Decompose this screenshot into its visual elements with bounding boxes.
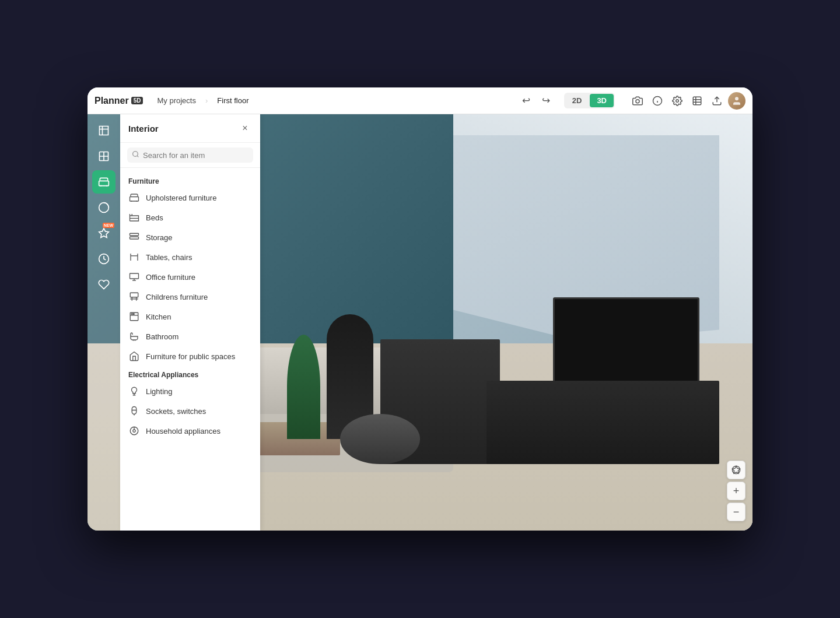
svg-point-39	[133, 430, 136, 433]
svg-point-10	[735, 97, 738, 100]
furniture-public-label: Furniture for public spaces	[146, 352, 235, 361]
redo-button[interactable]: ↪	[537, 92, 555, 110]
svg-point-14	[133, 152, 138, 157]
svg-point-0	[636, 99, 639, 103]
view-2d-button[interactable]: 2D	[565, 94, 589, 107]
sidebar-item-floor-plan[interactable]	[92, 119, 116, 142]
electrical-group-title: Electrical Appliances	[120, 366, 260, 381]
category-tables-chairs[interactable]: Tables, chairs	[120, 247, 260, 267]
category-sockets[interactable]: Sockets, switches	[120, 401, 260, 421]
view-3d-button[interactable]: 3D	[590, 94, 614, 107]
furniture-public-icon	[128, 350, 140, 362]
scene-plant	[287, 335, 320, 439]
childrens-furniture-icon	[128, 291, 140, 303]
category-beds[interactable]: Beds	[120, 208, 260, 227]
undo-redo-group: ↩ ↪	[517, 92, 555, 110]
top-bar: Planner 5D My projects › First floor ↩ ↪…	[88, 87, 752, 114]
undo-button[interactable]: ↩	[517, 92, 535, 110]
scene-ottoman	[340, 414, 420, 464]
svg-point-32	[131, 314, 132, 315]
panel-content: Furniture Upholstered furniture	[120, 168, 260, 531]
svg-rect-16	[130, 233, 139, 236]
office-furniture-icon	[128, 271, 140, 283]
category-storage[interactable]: Storage	[120, 227, 260, 247]
panel-search	[120, 143, 260, 168]
nav-first-floor[interactable]: First floor	[212, 94, 253, 107]
household-appliances-icon	[128, 425, 140, 437]
upholstered-furniture-label: Upholstered furniture	[146, 194, 216, 202]
sockets-label: Sockets, switches	[146, 407, 206, 416]
kitchen-label: Kitchen	[146, 312, 171, 321]
category-upholstered-furniture[interactable]: Upholstered furniture	[120, 188, 260, 208]
compass-button[interactable]	[727, 461, 746, 479]
scene-tv	[553, 297, 699, 389]
svg-line-15	[137, 156, 138, 157]
svg-rect-26	[130, 293, 138, 297]
interior-panel: Interior × Furniture	[120, 114, 260, 531]
svg-rect-5	[693, 97, 701, 105]
logo: Planner 5D	[94, 96, 143, 106]
panel-close-button[interactable]: ×	[238, 121, 252, 135]
scene-tv-unit	[487, 381, 719, 464]
beds-icon	[128, 212, 140, 223]
sidebar-item-materials[interactable]	[92, 196, 116, 219]
nav-separator: ›	[205, 96, 208, 105]
sidebar-item-furniture[interactable]	[92, 170, 116, 194]
furniture-group-title: Furniture	[120, 173, 260, 188]
left-sidebar: NEW	[88, 114, 120, 531]
stats-button[interactable]	[688, 92, 706, 110]
share-button[interactable]	[708, 92, 726, 110]
settings-button[interactable]	[668, 92, 686, 110]
bathroom-icon	[128, 331, 140, 342]
beds-label: Beds	[146, 213, 163, 222]
svg-point-4	[676, 99, 679, 102]
lighting-icon	[128, 385, 140, 397]
category-office-furniture[interactable]: Office furniture	[120, 267, 260, 287]
search-input[interactable]	[143, 151, 249, 160]
view-toggle: 2D 3D	[564, 93, 615, 108]
category-household-appliances[interactable]: Household appliances	[120, 421, 260, 441]
logo-badge: 5D	[131, 97, 144, 104]
avatar[interactable]	[728, 92, 746, 110]
category-childrens-furniture[interactable]: Childrens furniture	[120, 287, 260, 307]
panel-title: Interior	[128, 124, 159, 134]
info-button[interactable]	[649, 92, 666, 110]
new-badge-label: NEW	[103, 223, 114, 228]
zoom-out-button[interactable]: −	[727, 503, 746, 521]
sidebar-item-favorites[interactable]	[92, 273, 116, 296]
sidebar-item-rooms[interactable]	[92, 145, 116, 168]
category-lighting[interactable]: Lighting	[120, 381, 260, 401]
svg-point-33	[133, 314, 134, 315]
household-appliances-label: Household appliances	[146, 427, 220, 436]
sockets-icon	[128, 405, 140, 417]
zoom-in-button[interactable]: +	[727, 482, 746, 500]
search-icon	[132, 150, 139, 160]
bathroom-label: Bathroom	[146, 332, 178, 341]
storage-label: Storage	[146, 233, 173, 242]
category-bathroom[interactable]: Bathroom	[120, 326, 260, 346]
office-furniture-label: Office furniture	[146, 273, 195, 282]
storage-icon	[128, 231, 140, 243]
logo-text: Planner	[94, 96, 129, 106]
svg-rect-23	[130, 273, 139, 279]
svg-rect-17	[130, 237, 139, 239]
map-controls: + −	[727, 461, 746, 521]
upholstered-furniture-icon	[128, 192, 140, 203]
category-kitchen[interactable]: Kitchen	[120, 307, 260, 326]
app-window: Planner 5D My projects › First floor ↩ ↪…	[88, 87, 752, 531]
sidebar-item-new[interactable]: NEW	[92, 222, 116, 245]
tables-chairs-label: Tables, chairs	[146, 253, 192, 262]
childrens-furniture-label: Childrens furniture	[146, 293, 208, 301]
lighting-label: Lighting	[146, 387, 173, 396]
search-wrapper	[127, 148, 253, 163]
tables-chairs-icon	[128, 251, 140, 263]
category-furniture-public[interactable]: Furniture for public spaces	[120, 346, 260, 366]
camera-button[interactable]	[629, 92, 646, 110]
nav-my-projects[interactable]: My projects	[152, 94, 200, 107]
top-bar-right	[629, 92, 746, 110]
panel-header: Interior ×	[120, 114, 260, 143]
main-area: NEW Interior ×	[88, 114, 752, 531]
sidebar-item-clock[interactable]	[92, 247, 116, 271]
kitchen-icon	[128, 311, 140, 322]
